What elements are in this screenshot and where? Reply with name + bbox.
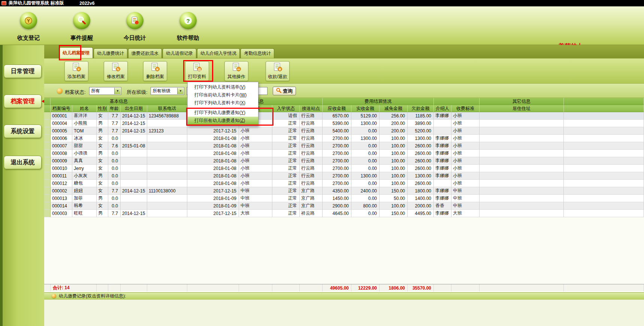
cell [147, 142, 187, 150]
table-row[interactable]: 000002妞妞女7.72014-12-15111001380002017-12… [44, 187, 644, 195]
table-row[interactable]: 000014韩希女0.02018-01-09中班正常京广路2900.00800.… [44, 202, 644, 210]
top-button-1[interactable]: Y收支登记 [10, 12, 46, 42]
column-header-5[interactable]: 出生日期 [121, 105, 147, 112]
cell: 7.7 [108, 112, 121, 120]
totals-empty [239, 284, 272, 291]
cell: 1185.00 [408, 112, 434, 120]
column-header-6[interactable]: 联系电话 [147, 105, 187, 112]
column-header-13[interactable]: 减免金额 [380, 105, 408, 112]
cell: 小熊熊 [72, 120, 97, 127]
tab-3[interactable]: 缴费还款流水 [128, 48, 162, 58]
toolbar-button-1[interactable]: +添加档案 [64, 61, 88, 81]
cell: 3890.00 [408, 120, 434, 127]
totals-row: 合计: 1449605.0012229.001806.0035570.00 [44, 284, 644, 291]
query-button[interactable]: 查询 [273, 87, 296, 95]
tab-6[interactable]: 考勤信息统计 [241, 48, 274, 58]
column-header-1[interactable]: 档案编号 [51, 105, 72, 112]
cell: 1300.00 [408, 135, 434, 142]
menu-item-label: 打印所有幼儿缴费通知(Z) [194, 117, 245, 124]
tab-2[interactable]: 幼儿缴费统计 [94, 48, 127, 58]
column-header-9[interactable]: 入学状态 [272, 105, 300, 112]
totals-filler [564, 284, 644, 291]
sidebar-item-2[interactable]: 档案管理 [4, 95, 42, 108]
column-header-11[interactable]: 应收金额 [323, 105, 351, 112]
top-button-3[interactable]: 今日统计 [117, 12, 153, 42]
column-header-17[interactable]: 居住住址 [480, 105, 564, 112]
tab-4[interactable]: 幼儿请假记录 [163, 48, 196, 58]
table-row[interactable]: 000003旺旺男7.72014-12-152017-12-15大班正常祥云路4… [44, 210, 644, 217]
class-filter-combo[interactable]: 所有班级 ▼ [151, 87, 184, 95]
menu-item-2[interactable]: 打印当前幼儿资料卡片(W) [188, 91, 258, 99]
toolbar-button-4[interactable]: ▤打印资料 [185, 61, 209, 81]
column-header-14[interactable]: 欠款金额 [408, 105, 434, 112]
chevron-down-icon[interactable]: ▼ [114, 88, 121, 94]
column-header-3[interactable]: 性别 [97, 105, 108, 112]
toolbar-button-6[interactable]: ¥收款/退款 [266, 61, 290, 81]
status-filter-label: 档案状态: [65, 89, 86, 96]
row-gutter-cell [44, 195, 51, 202]
chevron-down-icon[interactable]: ▼ [177, 88, 184, 94]
cell: 李娜娜 [434, 150, 451, 157]
cell: 2018-01-08 [187, 157, 239, 165]
cell: 5400.00 [323, 127, 351, 135]
status-filter-combo[interactable]: 所有 ▼ [89, 87, 121, 95]
column-header-10[interactable]: 接送站点 [300, 105, 323, 112]
column-header-15[interactable]: 介绍人 [434, 105, 451, 112]
tab-5[interactable]: 幼儿介绍入学情况 [197, 48, 240, 58]
menu-item-3[interactable]: 打印下列幼儿资料卡片(X) [188, 99, 258, 107]
cell: 正常 [272, 120, 300, 127]
table-row[interactable]: 000008小强强男0.02018-01-08小班正常行云路2700.000.0… [44, 150, 644, 157]
cell: 100.00 [380, 157, 408, 165]
sidebar-item-3[interactable]: 系统设置 [4, 125, 42, 138]
cell: 1300.00 [351, 135, 380, 142]
column-header-2[interactable]: 姓名 [72, 105, 97, 112]
sidebar-item-4[interactable]: 退出系统 [4, 156, 42, 169]
cell: 1450.00 [323, 195, 351, 202]
cell: 香香 [434, 202, 451, 210]
title-bar: 美萍幼儿园管理系统 标准版 2022v6 [0, 0, 644, 6]
cell: 123123 [147, 127, 187, 135]
sidebar-item-1[interactable]: 日常管理 [4, 65, 42, 78]
cell: 行云路 [300, 112, 323, 120]
cell: 256.00 [380, 112, 408, 120]
cell: 李娜娜 [434, 157, 451, 165]
table-row[interactable]: 000010Jerry女0.02018-01-08小班正常行云路2700.000… [44, 165, 644, 172]
column-header-4[interactable]: 年龄 [108, 105, 121, 112]
table-row[interactable]: 000004小熊熊男7.72014-12-152017-12-15小班正常行云路… [44, 120, 644, 127]
cell-filler [564, 180, 644, 187]
cell: 0.00 [351, 165, 380, 172]
table-row[interactable]: 000005TOM男7.72014-12-151231232017-12-15小… [44, 127, 644, 135]
menu-item-1[interactable]: 打印下列幼儿资料清单(V) [188, 83, 258, 91]
tab-1[interactable]: 幼儿档案管理 [59, 47, 93, 58]
table-row[interactable]: 000011小灰灰男0.02018-01-08小班正常行云路2700.00130… [44, 172, 644, 180]
table-group-header-row: 基本信息入学信息费用结算情况其它信息 [44, 98, 644, 105]
cell: 0.0 [108, 195, 121, 202]
cell: 京广路 [300, 202, 323, 210]
top-button-2[interactable]: 事件提醒 [64, 12, 100, 42]
column-header-12[interactable]: 实收金额 [351, 105, 380, 112]
toolbar-button-3[interactable]: ×删除档案 [143, 61, 167, 81]
cell: 小班 [451, 157, 480, 165]
column-header-16[interactable]: 收费标准 [451, 105, 480, 112]
toolbar-button-2[interactable]: ✎修改档案 [104, 61, 128, 81]
cell: 妞妞 [72, 187, 97, 195]
toolbar-button-5[interactable]: ⋯其他操作 [224, 61, 248, 81]
cell: 2600.00 [408, 157, 434, 165]
cell: 正常 [272, 157, 300, 165]
table-row[interactable]: 000007甜甜女7.62015-01-082018-01-08小班正常行云路2… [44, 142, 644, 150]
print-icon: ▤ [192, 63, 202, 73]
menu-item-5[interactable]: 打印所有幼儿缴费通知(Z) [188, 117, 258, 125]
row-gutter-cell [44, 112, 51, 120]
table-row[interactable]: 000013加菲男0.02018-01-09中班正常京广路1450.000.00… [44, 195, 644, 202]
print-dropdown-menu: 打印下列幼儿资料清单(V)打印当前幼儿资料卡片(W)打印下列幼儿资料卡片(X)打… [187, 82, 258, 126]
table-row[interactable]: 000009真真女0.02018-01-08小班正常行云路2700.000.00… [44, 157, 644, 165]
cell: 祥云路 [300, 210, 323, 217]
table-row[interactable]: 000012糖包女0.02018-01-08小班正常行云路2700.000.00… [44, 180, 644, 187]
table-row[interactable]: 000001喜洋洋女7.72014-12-151234567898882017-… [44, 112, 644, 120]
menu-item-4[interactable]: 打印下列幼儿缴费通知(Y) [188, 109, 258, 117]
top-button-4[interactable]: ?软件帮助 [170, 12, 206, 42]
totals-gutter [44, 284, 51, 291]
cell: 150.00 [380, 187, 408, 195]
table-row[interactable]: 000006冰冰女0.02018-01-08小班正常行云路2700.001300… [44, 135, 644, 142]
cell: 2600.00 [408, 165, 434, 172]
